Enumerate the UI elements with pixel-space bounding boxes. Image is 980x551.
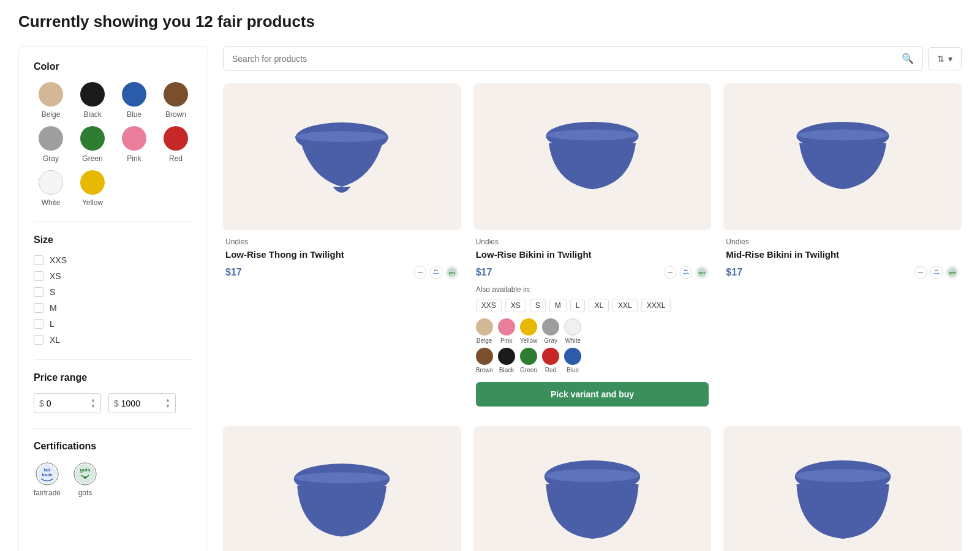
product-image-1[interactable] <box>223 83 461 230</box>
product-card-6: UndiesHigh-Rise Brief in Twilight$17fair… <box>723 426 962 552</box>
product-info-3: UndiesMid-Rise Bikini in Twilight$17fair… <box>723 230 962 287</box>
avail-color-gray[interactable]: Gray <box>542 318 559 344</box>
avail-color2-brown[interactable]: Brown <box>476 348 493 373</box>
color-filter-beige[interactable]: Beige <box>34 82 68 119</box>
color-label-gray: Gray <box>43 154 59 163</box>
avail-color-white[interactable]: White <box>564 318 581 344</box>
color-filter-gray[interactable]: Gray <box>34 126 68 163</box>
product-badges-3: fairtradegots <box>914 266 959 279</box>
size-checkbox-xl[interactable] <box>34 335 43 345</box>
avail-color2-blue[interactable]: Blue <box>564 348 581 373</box>
price-min-wrap: $ ▲ ▼ <box>34 393 101 413</box>
product-image-5[interactable] <box>473 426 712 552</box>
cert-filter-title: Certifications <box>34 441 193 452</box>
product-badges-1: fairtradegots <box>413 266 459 279</box>
size-chip-xs[interactable]: XS <box>505 299 526 312</box>
avail-swatch2-brown[interactable] <box>476 348 493 365</box>
color-swatch-red[interactable] <box>164 126 188 151</box>
avail-color-label2-red: Red <box>545 367 556 373</box>
product-image-6[interactable] <box>723 426 962 552</box>
size-filter-section: Size XXSXSSMLXL <box>34 234 193 345</box>
search-input-wrap[interactable]: 🔍 <box>223 46 923 71</box>
avail-color-yellow[interactable]: Yellow <box>520 318 538 344</box>
product-card-5: UndiesMid-Rise Brief in Twilight$17fairt… <box>473 426 712 552</box>
size-filter-s[interactable]: S <box>34 287 193 297</box>
product-image-4[interactable] <box>223 426 461 552</box>
color-swatch-gray[interactable] <box>39 126 63 151</box>
size-chip-l[interactable]: L <box>570 299 586 312</box>
color-swatch-blue[interactable] <box>122 82 146 107</box>
color-filter-section: Color BeigeBlackBlueBrownGrayGreenPinkRe… <box>34 61 193 207</box>
avail-color2-green[interactable]: Green <box>520 348 537 373</box>
avail-swatch-beige[interactable] <box>476 318 493 335</box>
avail-swatch-pink[interactable] <box>498 318 515 335</box>
size-chip-xxxl[interactable]: XXXL <box>641 299 671 312</box>
search-input[interactable] <box>232 54 902 64</box>
size-filter-l[interactable]: L <box>34 319 193 329</box>
price-max-up[interactable]: ▲ <box>165 397 170 403</box>
color-label-yellow: Yellow <box>82 198 103 207</box>
color-swatch-white[interactable] <box>39 170 63 195</box>
price-min-spinner: ▲ ▼ <box>91 397 96 409</box>
svg-text:gots: gots <box>949 271 956 274</box>
color-filter-black[interactable]: Black <box>75 82 110 119</box>
size-chip-s[interactable]: S <box>530 299 546 312</box>
size-filter-xl[interactable]: XL <box>34 335 193 345</box>
size-chip-xxl[interactable]: XXL <box>612 299 638 312</box>
avail-swatch-gray[interactable] <box>542 318 559 335</box>
size-checkbox-s[interactable] <box>34 287 43 297</box>
price-min-up[interactable]: ▲ <box>91 397 96 403</box>
avail-swatch2-blue[interactable] <box>564 348 581 365</box>
color-filter-brown[interactable]: Brown <box>159 82 193 119</box>
cert-gots[interactable]: gots gots <box>73 462 97 497</box>
size-filter-xxs[interactable]: XXS <box>34 255 193 265</box>
size-chip-xxs[interactable]: XXS <box>476 299 502 312</box>
color-swatch-pink[interactable] <box>122 126 146 151</box>
avail-swatch2-red[interactable] <box>542 348 559 365</box>
size-label-xs: XS <box>50 271 61 281</box>
price-min-input[interactable] <box>47 399 83 408</box>
color-filter-blue[interactable]: Blue <box>117 82 151 119</box>
sort-button[interactable]: ⇅ ▾ <box>928 47 962 70</box>
size-filter-xs[interactable]: XS <box>34 271 193 281</box>
price-max-down[interactable]: ▼ <box>165 403 170 410</box>
svg-point-9 <box>297 131 388 142</box>
color-filter-red[interactable]: Red <box>159 126 193 163</box>
color-swatch-beige[interactable] <box>39 82 63 107</box>
pick-variant-button-2[interactable]: Pick variant and buy <box>476 382 709 407</box>
avail-color-pink[interactable]: Pink <box>498 318 515 344</box>
color-filter-white[interactable]: White <box>34 170 68 207</box>
color-label-black: Black <box>83 110 101 119</box>
avail-swatch2-black[interactable] <box>498 348 515 365</box>
cert-gots-label: gots <box>78 489 92 497</box>
size-checkbox-xxs[interactable] <box>34 255 43 265</box>
color-swatch-green[interactable] <box>80 126 105 151</box>
size-filter-m[interactable]: M <box>34 303 193 313</box>
svg-text:trade: trade <box>42 473 52 477</box>
size-chip-xl[interactable]: XL <box>589 299 609 312</box>
product-image-2[interactable] <box>473 83 712 230</box>
color-label-green: Green <box>82 154 102 163</box>
color-swatch-black[interactable] <box>80 82 105 107</box>
color-filter-green[interactable]: Green <box>75 126 110 163</box>
price-min-down[interactable]: ▼ <box>91 403 96 410</box>
color-swatch-brown[interactable] <box>164 82 188 107</box>
avail-color-beige[interactable]: Beige <box>476 318 493 344</box>
price-max-input[interactable] <box>121 399 158 408</box>
avail-color2-black[interactable]: Black <box>498 348 515 373</box>
avail-swatch-yellow[interactable] <box>520 318 537 335</box>
cert-fairtrade[interactable]: fair trade fairtrade <box>34 462 61 497</box>
color-filter-pink[interactable]: Pink <box>117 126 151 163</box>
avail-swatch2-green[interactable] <box>520 348 537 365</box>
avail-color-label-pink: Pink <box>500 337 512 344</box>
product-image-3[interactable] <box>723 83 962 230</box>
size-checkbox-l[interactable] <box>34 319 43 329</box>
size-checkbox-xs[interactable] <box>34 271 43 281</box>
svg-point-29 <box>797 130 888 141</box>
avail-swatch-white[interactable] <box>564 318 581 335</box>
color-filter-yellow[interactable]: Yellow <box>75 170 110 207</box>
avail-color2-red[interactable]: Red <box>542 348 559 373</box>
color-swatch-yellow[interactable] <box>80 170 105 195</box>
size-checkbox-m[interactable] <box>34 303 43 313</box>
size-chip-m[interactable]: M <box>549 299 567 312</box>
